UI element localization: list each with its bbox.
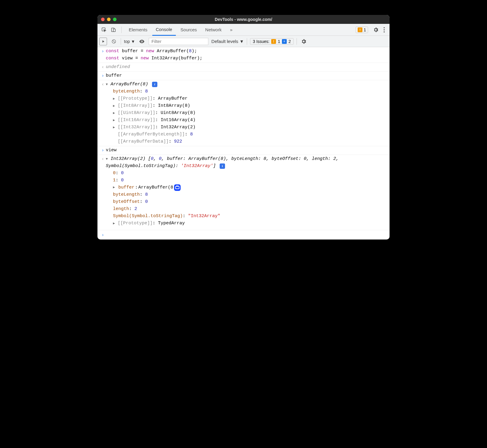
console-prompt[interactable]: › xyxy=(97,230,390,240)
message-icon xyxy=(282,39,287,44)
disclosure-icon[interactable]: ▼ xyxy=(106,157,110,162)
log-levels-selector[interactable]: Default levels ▼ xyxy=(211,39,244,44)
object-header[interactable]: ArrayBuffer(8) xyxy=(111,82,148,87)
titlebar: DevTools - www.google.com/ xyxy=(97,15,390,24)
execute-icon[interactable] xyxy=(99,38,107,45)
tabs-bar: Elements Console Sources Network » 1 xyxy=(97,24,390,36)
memory-inspector-icon[interactable] xyxy=(174,184,181,191)
console-body: › const buffer = new ArrayBuffer(8); con… xyxy=(97,47,390,240)
console-input-content: view xyxy=(106,147,387,154)
minimize-window[interactable] xyxy=(107,18,111,21)
chevron-down-icon: ▼ xyxy=(239,39,244,44)
input-chevron-icon: › xyxy=(100,147,106,154)
issues-summary[interactable]: 3 Issues: 1 2 xyxy=(250,38,294,45)
input-chevron-icon: › xyxy=(100,72,106,79)
disclosure-icon[interactable]: ▶ xyxy=(113,185,117,190)
issues-label: 3 Issues: xyxy=(253,39,269,44)
console-settings-icon[interactable] xyxy=(300,38,308,45)
tab-more[interactable]: » xyxy=(227,24,236,36)
tab-elements[interactable]: Elements xyxy=(125,24,151,36)
disclosure-icon[interactable]: ▶ xyxy=(113,111,117,116)
tab-sources[interactable]: Sources xyxy=(177,24,201,36)
warning-icon xyxy=(271,39,276,44)
close-window[interactable] xyxy=(101,18,105,21)
divider xyxy=(121,27,122,33)
devtools-window: DevTools - www.google.com/ Elements Cons… xyxy=(97,15,390,240)
disclosure-icon[interactable]: ▶ xyxy=(113,118,117,123)
warning-icon xyxy=(358,27,362,32)
context-label: top xyxy=(124,39,130,44)
disclosure-icon[interactable]: ▶ xyxy=(113,103,117,109)
settings-icon[interactable] xyxy=(372,26,380,34)
issues-msg-count: 2 xyxy=(289,39,291,44)
input-chevron-icon: › xyxy=(100,231,106,238)
kebab-menu-icon[interactable] xyxy=(381,27,387,33)
issues-warn-count: 1 xyxy=(278,39,280,44)
console-input-row: › const buffer = new ArrayBuffer(8); con… xyxy=(97,47,390,63)
input-chevron-icon: › xyxy=(100,48,106,62)
console-output-row: ‹ ▼Int32Array(2) [0, 0, buffer: ArrayBuf… xyxy=(97,155,390,228)
console-toolbar: top ▼ Default levels ▼ 3 Issues: 1 2 xyxy=(97,36,390,47)
header-issues-chip[interactable]: 1 xyxy=(356,27,368,33)
console-input-row: › view xyxy=(97,146,390,155)
info-icon[interactable] xyxy=(220,163,225,169)
disclosure-icon[interactable]: ▶ xyxy=(113,96,117,102)
output-chevron-icon: ‹ xyxy=(100,64,106,71)
console-input-row: › buffer xyxy=(97,72,390,80)
console-input-content: const buffer = new ArrayBuffer(8); const… xyxy=(106,48,387,62)
svg-point-4 xyxy=(142,41,142,42)
console-output-row: ‹ undefined xyxy=(97,63,390,72)
context-selector[interactable]: top ▼ xyxy=(124,39,135,44)
output-chevron-icon: ‹ xyxy=(100,155,106,227)
device-toggle-icon[interactable] xyxy=(109,26,118,34)
clear-console-icon[interactable] xyxy=(110,38,118,45)
window-controls xyxy=(101,18,117,21)
tab-network[interactable]: Network xyxy=(202,24,225,36)
console-output-row: ‹ ▼ArrayBuffer(8) byteLength: 8 ▶[[Proto… xyxy=(97,80,390,146)
disclosure-icon[interactable]: ▼ xyxy=(106,82,110,87)
header-issues-count: 1 xyxy=(364,27,366,32)
console-input-content: buffer xyxy=(106,72,387,79)
filter-input[interactable] xyxy=(149,38,208,45)
levels-label: Default levels xyxy=(211,39,238,44)
info-icon[interactable] xyxy=(152,82,157,87)
tab-console[interactable]: Console xyxy=(152,24,176,36)
disclosure-icon[interactable]: ▶ xyxy=(113,125,117,130)
maximize-window[interactable] xyxy=(113,18,117,21)
window-title: DevTools - www.google.com/ xyxy=(97,17,390,22)
output-chevron-icon: ‹ xyxy=(100,81,106,145)
undefined-value: undefined xyxy=(106,64,130,69)
disclosure-icon[interactable]: ▶ xyxy=(113,221,117,226)
chevron-down-icon: ▼ xyxy=(131,39,135,44)
object-header[interactable]: Int32Array(2) xyxy=(111,156,148,161)
live-expression-icon[interactable] xyxy=(138,38,146,45)
svg-rect-2 xyxy=(113,29,115,32)
inspect-icon[interactable] xyxy=(100,26,108,34)
